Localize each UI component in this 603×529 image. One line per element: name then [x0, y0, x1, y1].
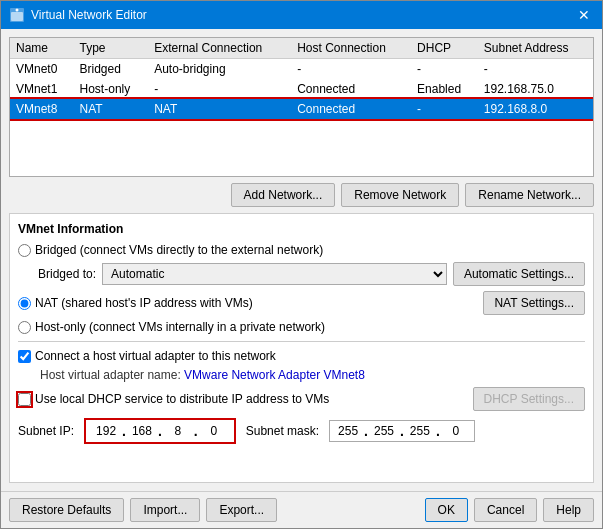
mask-dot-1: . [364, 423, 368, 439]
svg-point-2 [16, 9, 19, 12]
table-cell-1: NAT [74, 99, 149, 119]
network-action-buttons: Add Network... Remove Network Rename Net… [9, 183, 594, 207]
subnet-mask-3[interactable] [406, 424, 434, 438]
adapter-checkbox[interactable] [18, 350, 31, 363]
remove-network-button[interactable]: Remove Network [341, 183, 459, 207]
subnet-mask-label: Subnet mask: [246, 424, 319, 438]
col-header-external: External Connection [148, 38, 291, 59]
subnet-ip-2[interactable] [128, 424, 156, 438]
col-header-host: Host Connection [291, 38, 411, 59]
subnet-ip-3[interactable] [164, 424, 192, 438]
dhcp-checkbox-label: Use local DHCP service to distribute IP … [35, 392, 329, 406]
table-cell-5: 192.168.8.0 [478, 99, 593, 119]
table-header-row: Name Type External Connection Host Conne… [10, 38, 593, 59]
table-cell-1: Bridged [74, 59, 149, 80]
table-cell-1: Host-only [74, 79, 149, 99]
main-content: Name Type External Connection Host Conne… [1, 29, 602, 491]
col-header-type: Type [74, 38, 149, 59]
title-bar: Virtual Network Editor ✕ [1, 1, 602, 29]
table-row[interactable]: VMnet0BridgedAuto-bridging--- [10, 59, 593, 80]
mask-dot-3: . [436, 423, 440, 439]
import-button[interactable]: Import... [130, 498, 200, 522]
table-row[interactable]: VMnet1Host-only-ConnectedEnabled192.168.… [10, 79, 593, 99]
bridged-to-select[interactable]: Automatic [102, 263, 447, 285]
subnet-dot-3: . [194, 423, 198, 439]
network-table-container: Name Type External Connection Host Conne… [9, 37, 594, 177]
adapter-name-value: VMware Network Adapter VMnet8 [184, 368, 365, 382]
vmnet-info-box: VMnet Information Bridged (connect VMs d… [9, 213, 594, 483]
radio-nat[interactable] [18, 297, 31, 310]
adapter-checkbox-row: Connect a host virtual adapter to this n… [18, 349, 585, 363]
table-cell-4: - [411, 59, 478, 80]
dhcp-row: Use local DHCP service to distribute IP … [18, 387, 585, 411]
network-table: Name Type External Connection Host Conne… [10, 38, 593, 119]
radio-bridged[interactable] [18, 244, 31, 257]
table-cell-3: Connected [291, 79, 411, 99]
window-title: Virtual Network Editor [31, 8, 574, 22]
auto-settings-button[interactable]: Automatic Settings... [453, 262, 585, 286]
svg-rect-1 [11, 12, 23, 21]
radio-row-nat: NAT (shared host's IP address with VMs) [18, 296, 253, 310]
subnet-mask-1[interactable] [334, 424, 362, 438]
table-cell-0: VMnet0 [10, 59, 74, 80]
vmnet-info-title: VMnet Information [18, 222, 585, 236]
radio-nat-label: NAT (shared host's IP address with VMs) [35, 296, 253, 310]
virtual-network-editor-window: Virtual Network Editor ✕ Name Type Exter… [0, 0, 603, 529]
add-network-button[interactable]: Add Network... [231, 183, 336, 207]
nat-settings-button[interactable]: NAT Settings... [483, 291, 585, 315]
table-cell-4: - [411, 99, 478, 119]
table-cell-0: VMnet1 [10, 79, 74, 99]
window-icon [9, 7, 25, 23]
table-cell-3: Connected [291, 99, 411, 119]
dhcp-settings-button[interactable]: DHCP Settings... [473, 387, 585, 411]
table-row[interactable]: VMnet8NATNATConnected-192.168.8.0 [10, 99, 593, 119]
subnet-ip-box: . . . [84, 418, 236, 444]
subnet-dot-2: . [158, 423, 162, 439]
table-cell-0: VMnet8 [10, 99, 74, 119]
col-header-subnet: Subnet Address [478, 38, 593, 59]
subnet-ip-4[interactable] [200, 424, 228, 438]
radio-row-hostonly: Host-only (connect VMs internally in a p… [18, 320, 585, 334]
table-cell-5: - [478, 59, 593, 80]
rename-network-button[interactable]: Rename Network... [465, 183, 594, 207]
adapter-name-label: Host virtual adapter name: [40, 368, 181, 382]
adapter-checkbox-label: Connect a host virtual adapter to this n… [35, 349, 276, 363]
radio-bridged-label: Bridged (connect VMs directly to the ext… [35, 243, 323, 257]
mask-dot-2: . [400, 423, 404, 439]
cancel-button[interactable]: Cancel [474, 498, 537, 522]
bottom-bar: Restore Defaults Import... Export... OK … [1, 491, 602, 528]
subnet-ip-1[interactable] [92, 424, 120, 438]
table-cell-4: Enabled [411, 79, 478, 99]
col-header-name: Name [10, 38, 74, 59]
col-header-dhcp: DHCP [411, 38, 478, 59]
radio-row-bridged: Bridged (connect VMs directly to the ext… [18, 243, 585, 257]
bottom-right-buttons: OK Cancel Help [425, 498, 594, 522]
close-button[interactable]: ✕ [574, 5, 594, 25]
table-cell-5: 192.168.75.0 [478, 79, 593, 99]
export-button[interactable]: Export... [206, 498, 277, 522]
bridged-to-label: Bridged to: [38, 267, 96, 281]
divider-1 [18, 341, 585, 342]
table-cell-2: - [148, 79, 291, 99]
subnet-mask-2[interactable] [370, 424, 398, 438]
restore-defaults-button[interactable]: Restore Defaults [9, 498, 124, 522]
ok-button[interactable]: OK [425, 498, 468, 522]
subnet-dot-1: . [122, 423, 126, 439]
radio-hostonly[interactable] [18, 321, 31, 334]
table-cell-2: NAT [148, 99, 291, 119]
help-button[interactable]: Help [543, 498, 594, 522]
nat-row: NAT (shared host's IP address with VMs) … [18, 291, 585, 315]
dhcp-checkbox[interactable] [18, 393, 31, 406]
table-cell-3: - [291, 59, 411, 80]
adapter-name-row: Host virtual adapter name: VMware Networ… [40, 368, 585, 382]
table-cell-2: Auto-bridging [148, 59, 291, 80]
radio-hostonly-label: Host-only (connect VMs internally in a p… [35, 320, 325, 334]
bridged-to-row: Bridged to: Automatic Automatic Settings… [38, 262, 585, 286]
dhcp-checkbox-row: Use local DHCP service to distribute IP … [18, 392, 329, 406]
subnet-mask-4[interactable] [442, 424, 470, 438]
subnet-row: Subnet IP: . . . Subnet mask: . . [18, 418, 585, 444]
subnet-mask-box: . . . [329, 420, 475, 442]
subnet-ip-label: Subnet IP: [18, 424, 74, 438]
